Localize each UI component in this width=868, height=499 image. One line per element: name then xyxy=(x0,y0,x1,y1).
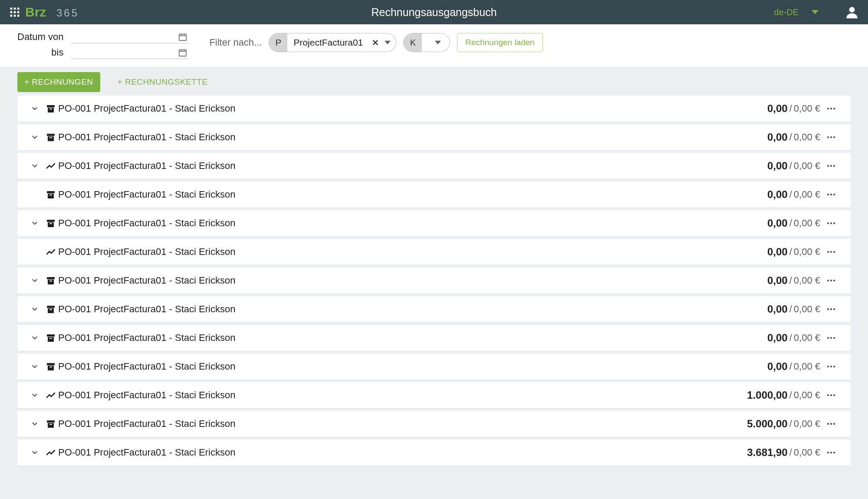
row-title: PO-001 ProjectFactura01 - Staci Erickson xyxy=(58,361,235,372)
svg-point-66 xyxy=(830,423,832,425)
more-options-icon[interactable] xyxy=(820,304,842,314)
row-amount-secondary: 0,00 € xyxy=(794,103,820,114)
row-title: PO-001 ProjectFactura01 - Staci Erickson xyxy=(58,189,235,200)
load-invoices-button[interactable]: Rechnungen laden xyxy=(457,33,543,52)
chevron-down-icon[interactable] xyxy=(26,420,43,428)
svg-point-59 xyxy=(833,366,835,367)
svg-point-42 xyxy=(827,280,829,281)
chevron-down-icon[interactable] xyxy=(26,219,43,227)
more-options-icon[interactable] xyxy=(820,218,842,228)
list-item[interactable]: PO-001 ProjectFactura01 - Staci Erickson… xyxy=(17,124,851,150)
svg-rect-15 xyxy=(49,109,52,109)
svg-rect-51 xyxy=(49,338,52,339)
date-from-input[interactable] xyxy=(71,30,188,43)
user-account-icon[interactable] xyxy=(845,5,859,20)
row-amount-secondary: 0,00 € xyxy=(794,332,820,344)
close-icon[interactable] xyxy=(369,39,382,46)
svg-rect-33 xyxy=(49,223,52,224)
row-amount-secondary: 0,00 € xyxy=(794,246,820,258)
svg-rect-40 xyxy=(47,277,55,279)
archive-icon xyxy=(43,189,58,200)
list-item[interactable]: PO-001 ProjectFactura01 - Staci Erickson… xyxy=(17,239,851,265)
svg-point-57 xyxy=(827,366,829,367)
add-invoice-chain-button[interactable]: + RECHNUNGSKETTE xyxy=(111,72,215,92)
chevron-down-icon[interactable] xyxy=(382,40,396,46)
list-item[interactable]: PO-001 ProjectFactura01 - Staci Erickson… xyxy=(17,96,851,122)
svg-point-67 xyxy=(833,423,835,425)
list-item[interactable]: PO-001 ProjectFactura01 - Staci Erickson… xyxy=(17,153,851,179)
list-item[interactable]: PO-001 ProjectFactura01 - Staci Erickson… xyxy=(17,440,851,466)
list-item[interactable]: PO-001 ProjectFactura01 - Staci Erickson… xyxy=(17,268,851,294)
more-options-icon[interactable] xyxy=(820,189,842,200)
svg-point-65 xyxy=(827,423,829,425)
list-item[interactable]: PO-001 ProjectFactura01 - Staci Erickson… xyxy=(17,354,851,380)
chevron-down-icon[interactable] xyxy=(26,391,43,399)
row-title: PO-001 ProjectFactura01 - Staci Erickson xyxy=(58,304,235,315)
chevron-down-icon[interactable] xyxy=(422,40,450,46)
chevron-down-icon[interactable] xyxy=(26,162,43,170)
svg-point-25 xyxy=(830,165,832,167)
chart-icon xyxy=(43,390,58,400)
amount-separator: / xyxy=(788,332,794,344)
list-item[interactable]: PO-001 ProjectFactura01 - Staci Erickson… xyxy=(17,182,851,208)
chip-prefix: K xyxy=(404,33,422,52)
svg-point-21 xyxy=(827,136,829,138)
brand-logo[interactable]: Brz 365 xyxy=(25,5,103,19)
calendar-icon[interactable] xyxy=(178,32,187,42)
row-amount-secondary: 0,00 € xyxy=(794,132,820,143)
svg-rect-46 xyxy=(49,309,52,310)
filter-by-label: Filter nach... xyxy=(209,37,262,48)
amount-separator: / xyxy=(788,160,794,172)
svg-point-34 xyxy=(827,222,829,224)
apps-grid-icon[interactable] xyxy=(9,6,21,18)
more-options-icon[interactable] xyxy=(820,447,842,458)
archive-icon xyxy=(43,103,58,114)
locale-select[interactable]: de-DE xyxy=(774,7,819,17)
chevron-down-icon[interactable] xyxy=(26,305,43,313)
chevron-down-icon[interactable] xyxy=(26,133,43,141)
svg-rect-64 xyxy=(49,424,52,425)
svg-point-16 xyxy=(827,108,829,109)
more-options-icon[interactable] xyxy=(820,161,842,171)
more-options-icon[interactable] xyxy=(820,333,842,343)
svg-point-35 xyxy=(830,222,832,224)
row-amount-primary: 0,00 xyxy=(767,188,788,201)
list-item[interactable]: PO-001 ProjectFactura01 - Staci Erickson… xyxy=(17,411,851,437)
more-options-icon[interactable] xyxy=(820,361,842,372)
more-options-icon[interactable] xyxy=(820,132,842,142)
row-amount-primary: 1.000,00 xyxy=(747,389,787,401)
list-item[interactable]: PO-001 ProjectFactura01 - Staci Erickson… xyxy=(17,210,851,236)
svg-rect-19 xyxy=(47,134,55,136)
add-invoices-button[interactable]: + RECHNUNGEN xyxy=(17,72,100,92)
filter-chip-customer[interactable]: K xyxy=(403,33,450,52)
svg-rect-45 xyxy=(47,306,55,308)
row-amount-secondary: 0,00 € xyxy=(794,447,820,458)
more-options-icon[interactable] xyxy=(820,419,842,429)
more-options-icon[interactable] xyxy=(820,390,842,400)
calendar-icon[interactable] xyxy=(178,48,187,57)
row-amount-primary: 0,00 xyxy=(767,332,788,344)
chevron-down-icon[interactable] xyxy=(26,277,43,284)
chevron-down-icon[interactable] xyxy=(26,105,43,112)
list-item[interactable]: PO-001 ProjectFactura01 - Staci Erickson… xyxy=(17,325,851,351)
more-options-icon[interactable] xyxy=(820,247,842,257)
row-amount-primary: 0,00 xyxy=(767,102,788,115)
more-options-icon[interactable] xyxy=(820,103,842,114)
list-item[interactable]: PO-001 ProjectFactura01 - Staci Erickson… xyxy=(17,296,851,322)
svg-rect-1 xyxy=(14,8,16,10)
more-options-icon[interactable] xyxy=(820,275,842,286)
svg-rect-50 xyxy=(47,334,55,337)
filter-chip-project[interactable]: P ProjectFactura01 xyxy=(269,33,396,52)
svg-point-61 xyxy=(830,394,832,396)
list-item[interactable]: PO-001 ProjectFactura01 - Staci Erickson… xyxy=(17,382,851,408)
svg-point-11 xyxy=(849,7,855,13)
chevron-down-icon[interactable] xyxy=(26,363,43,370)
chevron-down-icon[interactable] xyxy=(26,334,43,342)
row-amount-primary: 3.681,90 xyxy=(747,446,787,459)
row-amount-primary: 0,00 xyxy=(767,160,788,172)
chevron-down-icon[interactable] xyxy=(26,449,43,456)
row-title: PO-001 ProjectFactura01 - Staci Erickson xyxy=(58,332,235,344)
svg-point-26 xyxy=(833,165,835,167)
date-to-input[interactable] xyxy=(71,46,188,59)
svg-rect-20 xyxy=(49,137,52,138)
